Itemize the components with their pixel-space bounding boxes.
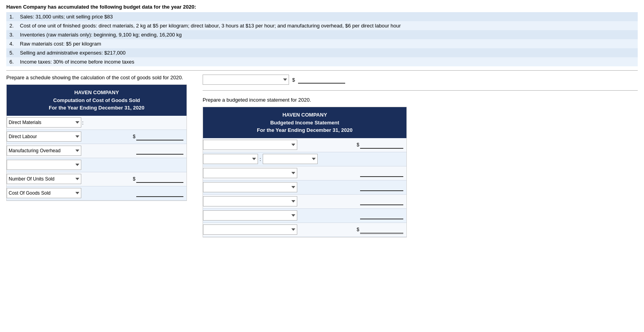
income-row-7: $: [203, 223, 406, 237]
top-right-row: $: [203, 75, 638, 85]
income-prepare-text: Prepare a budgeted income statement for …: [203, 97, 638, 103]
income-input-2[interactable]: [360, 155, 403, 162]
income-row-3: [203, 166, 406, 181]
manufacturing-overhead-select[interactable]: Manufacturing Overhead: [7, 146, 81, 156]
direct-labour-select[interactable]: Direct Labour: [7, 131, 81, 142]
dollar-sign-2: $: [133, 134, 135, 139]
income-input-1[interactable]: [360, 141, 403, 149]
direct-labour-input[interactable]: [136, 133, 183, 140]
cogs-row-cogs: Cost Of Goods Sold: [7, 186, 187, 201]
income-select-4[interactable]: [203, 182, 297, 192]
income-select-5[interactable]: [203, 196, 297, 206]
cogs-input[interactable]: [136, 189, 183, 197]
income-table-container: HAVEN COMPANY Budgeted Income Statement …: [203, 107, 407, 237]
cogs-row-blank: [7, 158, 187, 172]
income-input-5[interactable]: [360, 197, 403, 205]
cogs-table-container: HAVEN COMPANY Computation of Cost of Goo…: [6, 84, 187, 201]
income-select-3[interactable]: [203, 168, 297, 178]
top-right-dollar: $: [292, 77, 295, 83]
income-row-1: $: [203, 138, 406, 152]
cogs-select[interactable]: Cost Of Goods Sold: [7, 188, 81, 198]
income-header: HAVEN COMPANY Budgeted Income Statement …: [203, 107, 406, 138]
income-input-7[interactable]: [360, 226, 403, 234]
section-divider: [6, 70, 638, 71]
intro-text: Haven Company has accumulated the follow…: [6, 4, 638, 10]
main-content: Prepare a schedule showing the calculati…: [6, 75, 638, 237]
cogs-prepare-text: Prepare a schedule showing the calculati…: [6, 75, 187, 80]
income-select-2a[interactable]: [203, 154, 258, 164]
cogs-header: HAVEN COMPANY Computation of Cost of Goo…: [7, 85, 187, 116]
income-row-4: [203, 181, 406, 195]
top-right-select[interactable]: [203, 75, 289, 85]
income-input-3[interactable]: [360, 169, 403, 177]
income-select-6[interactable]: [203, 210, 297, 221]
income-select-7[interactable]: [203, 224, 297, 235]
income-row-6: [203, 209, 406, 223]
income-select-1[interactable]: [203, 140, 297, 150]
top-divider: [203, 90, 638, 91]
income-input-6[interactable]: [360, 212, 403, 219]
income-select-2b[interactable]: [263, 154, 318, 164]
blank-input[interactable]: [136, 161, 183, 168]
income-row-5: [203, 195, 406, 209]
cogs-row-units-sold: Number Of Units Sold $: [7, 172, 187, 186]
cogs-row-direct-labour: Direct Labour $: [7, 130, 187, 144]
cogs-row-direct-materials: Direct Materials :: [7, 116, 187, 130]
top-right-input[interactable]: [298, 76, 345, 84]
units-sold-select[interactable]: Number Of Units Sold: [7, 174, 81, 184]
colon-1: :: [82, 120, 84, 126]
right-section: $ Prepare a budgeted income statement fo…: [203, 75, 638, 237]
income-row-2: :: [203, 152, 406, 166]
cogs-row-manufacturing-overhead: Manufacturing Overhead: [7, 144, 187, 158]
dollar-sign-5: $: [133, 176, 135, 182]
income-input-4[interactable]: [360, 183, 403, 191]
units-sold-input[interactable]: [136, 175, 183, 183]
cogs-section: Prepare a schedule showing the calculati…: [6, 75, 187, 201]
income-dollar-7: $: [357, 227, 359, 232]
direct-materials-select[interactable]: Direct Materials: [7, 117, 81, 128]
budget-list: 1.Sales: 31,000 units; unit selling pric…: [6, 12, 638, 66]
colon-income-2: :: [260, 156, 261, 162]
blank-select[interactable]: [7, 160, 81, 170]
income-dollar-1: $: [357, 142, 359, 148]
manufacturing-overhead-input[interactable]: [136, 147, 183, 155]
